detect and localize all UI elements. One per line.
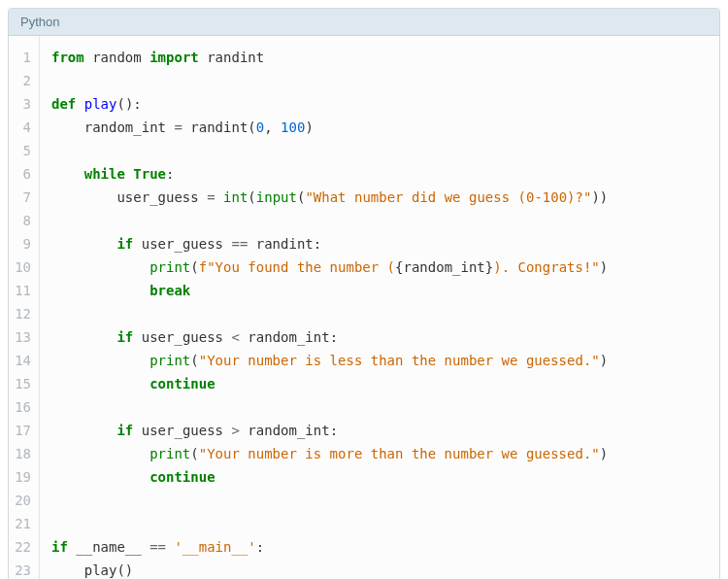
line-number: 5 [13, 139, 31, 162]
line-number: 21 [13, 512, 31, 535]
code-line: if __name__ == '__main__': [51, 535, 608, 559]
line-number: 23 [13, 559, 31, 579]
line-number: 11 [13, 279, 31, 302]
code-body: 1234567891011121314151617181920212223 fr… [9, 36, 719, 579]
code-line: print(f"You found the number ({random_in… [51, 255, 608, 279]
code-line [51, 512, 608, 535]
code-line: def play(): [51, 92, 608, 116]
line-number: 14 [13, 349, 31, 372]
line-number: 19 [13, 465, 31, 489]
line-gutter: 1234567891011121314151617181920212223 [9, 36, 40, 579]
code-line: continue [51, 465, 608, 489]
code-line: while True: [51, 162, 608, 186]
line-number: 12 [13, 302, 31, 325]
line-number: 4 [13, 116, 31, 139]
code-line: from random import randint [51, 46, 608, 69]
code-line: random_int = randint(0, 100) [51, 116, 608, 139]
language-label: Python [20, 15, 59, 29]
code-line: if user_guess < random_int: [51, 325, 608, 349]
line-number: 7 [13, 186, 31, 209]
line-number: 17 [13, 419, 31, 442]
line-number: 16 [13, 395, 31, 419]
code-line: if user_guess == randint: [51, 232, 608, 255]
line-number: 13 [13, 325, 31, 349]
line-number: 20 [13, 489, 31, 512]
code-line: play() [51, 559, 608, 579]
line-number: 3 [13, 92, 31, 116]
code-content[interactable]: from random import randint def play(): r… [40, 36, 619, 579]
line-number: 10 [13, 255, 31, 279]
code-line [51, 69, 608, 92]
line-number: 8 [13, 209, 31, 232]
code-line [51, 489, 608, 512]
line-number: 9 [13, 232, 31, 255]
code-line: continue [51, 372, 608, 395]
line-number: 15 [13, 372, 31, 395]
code-line [51, 395, 608, 419]
line-number: 18 [13, 442, 31, 465]
code-line: user_guess = int(input("What number did … [51, 186, 608, 209]
line-number: 2 [13, 69, 31, 92]
code-header: Python [9, 9, 719, 36]
line-number: 6 [13, 162, 31, 186]
line-number: 22 [13, 535, 31, 559]
line-number: 1 [13, 46, 31, 69]
code-line [51, 209, 608, 232]
code-line [51, 139, 608, 162]
code-line [51, 302, 608, 325]
code-line: print("Your number is more than the numb… [51, 442, 608, 465]
code-line: if user_guess > random_int: [51, 419, 608, 442]
code-line: break [51, 279, 608, 302]
code-line: print("Your number is less than the numb… [51, 349, 608, 372]
code-block: Python 123456789101112131415161718192021… [8, 8, 720, 579]
